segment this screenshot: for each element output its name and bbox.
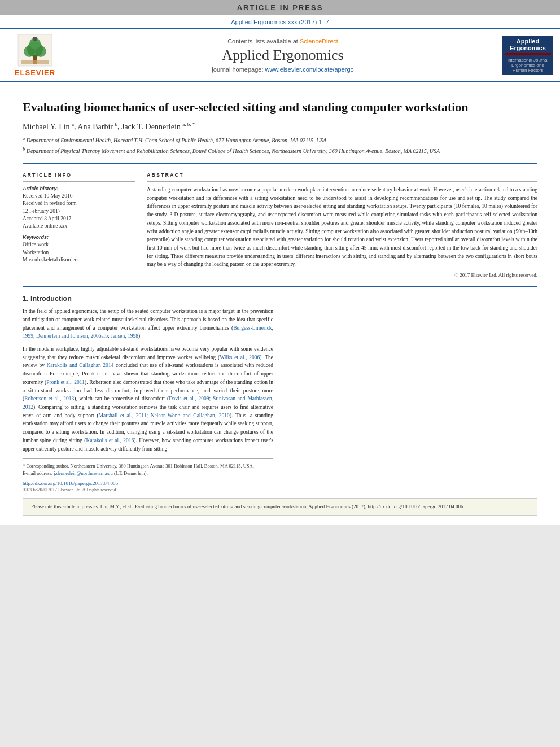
intro-para2: In the modern workplace, highly adjustab… (23, 345, 273, 453)
science-direct-link[interactable]: ScienceDirect (300, 38, 338, 45)
journal-citation: Applied Ergonomics xxx (2017) 1–7 (0, 15, 560, 28)
applied-ergonomics-logo: AppliedErgonomics International JournalE… (502, 36, 553, 75)
email-label: E-mail address: (23, 470, 54, 476)
info-abstract-section: ARTICLE INFO Article history: Received 1… (23, 172, 537, 278)
ref-karakolis2016[interactable]: Karakolis et al., 2016 (86, 438, 134, 443)
email-person: (J.T. Dennerlein). (114, 470, 148, 476)
svg-rect-7 (21, 60, 49, 64)
rights-text: 0003-6870/© 2017 Elsevier Ltd. All right… (23, 487, 273, 492)
affiliation-b-text: Department of Physical Therapy Movement … (27, 148, 440, 154)
citation-text: Please cite this article in press as: Li… (31, 504, 463, 509)
svg-point-6 (33, 37, 37, 41)
homepage-url[interactable]: www.elsevier.com/locate/apergo (265, 66, 354, 73)
elsevier-logo: ELSEVIER (7, 33, 63, 77)
homepage-prefix: journal homepage: (212, 66, 265, 73)
article-info-col: ARTICLE INFO Article history: Received 1… (23, 172, 135, 278)
doi-anchor[interactable]: http://dx.doi.org/10.1016/j.apergo.2017.… (23, 480, 118, 486)
history-label: Article history: (23, 186, 135, 191)
available-text: Available online xxx (23, 222, 135, 230)
ref-pronk[interactable]: Pronk et al., 2011 (46, 379, 85, 385)
abstract-divider (147, 181, 537, 182)
ref-karakolis2014[interactable]: Karakolis and Callaghan 2014 (46, 362, 113, 368)
intro-heading: 1. Introduction (23, 295, 537, 303)
ref-dennerlein[interactable]: Dennerlein and Johnson, 2006a,b (36, 333, 108, 339)
applied-logo-bottom: International JournalErgonomics andHuman… (505, 58, 551, 73)
revised-label: Received in revised form (23, 200, 135, 207)
corresponding-note: * Corresponding author. Northeastern Uni… (23, 462, 273, 470)
received-text: Received 10 May 2016 (23, 193, 135, 200)
footnotes: * Corresponding author. Northeastern Uni… (23, 458, 273, 477)
ref-wilks[interactable]: Wilks et al., 2006 (220, 355, 260, 360)
revised-date: 12 February 2017 (23, 208, 135, 215)
journal-center: Contents lists available at ScienceDirec… (69, 38, 497, 73)
intro-title: Introduction (30, 295, 72, 303)
citation-box: Please cite this article in press as: Li… (23, 498, 537, 516)
header-divider (23, 163, 537, 164)
elsevier-tree-icon (12, 33, 58, 67)
journal-homepage: journal homepage: www.elsevier.com/locat… (69, 66, 497, 73)
journal-citation-text: Applied Ergonomics xxx (2017) 1–7 (231, 19, 329, 25)
abstract-text: A standing computer workstation has now … (147, 186, 537, 269)
copyright: © 2017 Elsevier Ltd. All rights reserved… (147, 272, 537, 278)
keyword-2: Workstation (23, 249, 135, 256)
applied-logo-top: AppliedErgonomics (505, 38, 551, 51)
accepted-text: Accepted 8 April 2017 (23, 215, 135, 222)
ref-marshall[interactable]: Marshall et al., 2011 (99, 413, 147, 418)
keywords-label: Keywords: (23, 234, 135, 240)
keywords-block: Keywords: Office work Workstation Muscul… (23, 234, 135, 264)
abstract-title: ABSTRACT (147, 172, 537, 178)
ref-robertson[interactable]: Robertson et al., 2013 (24, 396, 74, 401)
contents-line: Contents lists available at ScienceDirec… (69, 38, 497, 45)
applied-ergonomics-logo-box: AppliedErgonomics International JournalE… (502, 36, 553, 75)
ref-davis[interactable]: Davis et al., 2009 (169, 396, 209, 401)
ref-jensen[interactable]: Jensen, 1998 (111, 333, 138, 339)
journal-name: Applied Ergonomics (69, 47, 497, 64)
section-divider (23, 286, 537, 287)
abstract-col: ABSTRACT A standing computer workstation… (147, 172, 537, 278)
page: ARTICLE IN PRESS Applied Ergonomics xxx … (0, 0, 560, 525)
ref-nelson[interactable]: Nelson-Wong and Callaghan, 2010 (151, 413, 230, 418)
main-content: Evaluating biomechanics of user-selected… (0, 82, 560, 525)
body-right-col (287, 307, 537, 492)
email-link[interactable]: j.dennerlein@northeastern.edu (54, 470, 113, 476)
article-info-title: ARTICLE INFO (23, 172, 135, 178)
intro-number: 1. (23, 295, 28, 303)
article-in-press-banner: ARTICLE IN PRESS (0, 0, 560, 15)
info-divider (23, 181, 135, 182)
authors-line: Michael Y. Lin a, Ana Barbir b, Jack T. … (23, 121, 537, 132)
intro-para1: In the field of applied ergonomics, the … (23, 307, 273, 340)
body-left-col: In the field of applied ergonomics, the … (23, 307, 273, 492)
article-title: Evaluating biomechanics of user-selected… (23, 99, 537, 116)
keyword-3: Musculoskeletal disorders (23, 256, 135, 264)
contents-prefix: Contents lists available at (228, 38, 300, 45)
history-block: Article history: Received 10 May 2016 Re… (23, 186, 135, 230)
article-in-press-label: ARTICLE IN PRESS (237, 3, 323, 12)
elsevier-label: ELSEVIER (15, 68, 55, 77)
body-columns: In the field of applied ergonomics, the … (23, 307, 537, 492)
affiliation-b: b Department of Physical Therapy Movemen… (23, 146, 537, 155)
doi-link: http://dx.doi.org/10.1016/j.apergo.2017.… (23, 480, 273, 486)
email-note: E-mail address: j.dennerlein@northeaster… (23, 470, 273, 477)
journal-header: ELSEVIER Contents lists available at Sci… (0, 28, 560, 82)
affiliation-a: a Department of Environmental Health, Ha… (23, 136, 537, 145)
affiliation-a-text: Department of Environmental Health, Harv… (27, 138, 327, 144)
keyword-1: Office work (23, 241, 135, 248)
